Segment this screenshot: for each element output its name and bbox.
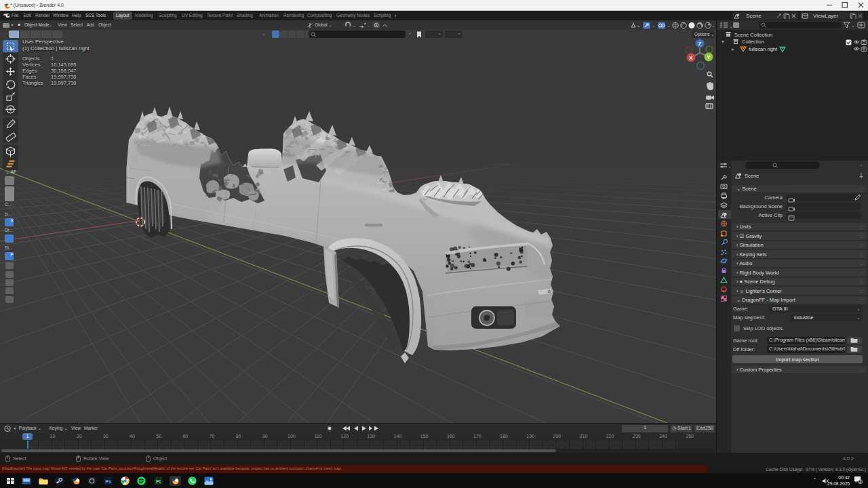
- svg-text:Ps: Ps: [105, 479, 111, 483]
- svg-text:Pt: Pt: [156, 479, 161, 483]
- svg-text:⌄: ⌄: [729, 24, 733, 28]
- svg-text:Z: Z: [698, 41, 702, 47]
- svg-text:⌄: ⌄: [667, 23, 671, 28]
- svg-text:2: 2: [859, 480, 861, 484]
- svg-text:⌄: ⌄: [851, 23, 855, 28]
- svg-text:⌄: ⌄: [728, 164, 731, 169]
- svg-text:Y: Y: [707, 54, 711, 60]
- svg-text:⌄: ⌄: [711, 23, 714, 28]
- svg-text:⌄: ⌄: [353, 23, 356, 28]
- svg-text:X: X: [689, 55, 693, 61]
- svg-text:⌄: ⌄: [367, 23, 370, 28]
- svg-text:⌄: ⌄: [652, 23, 656, 28]
